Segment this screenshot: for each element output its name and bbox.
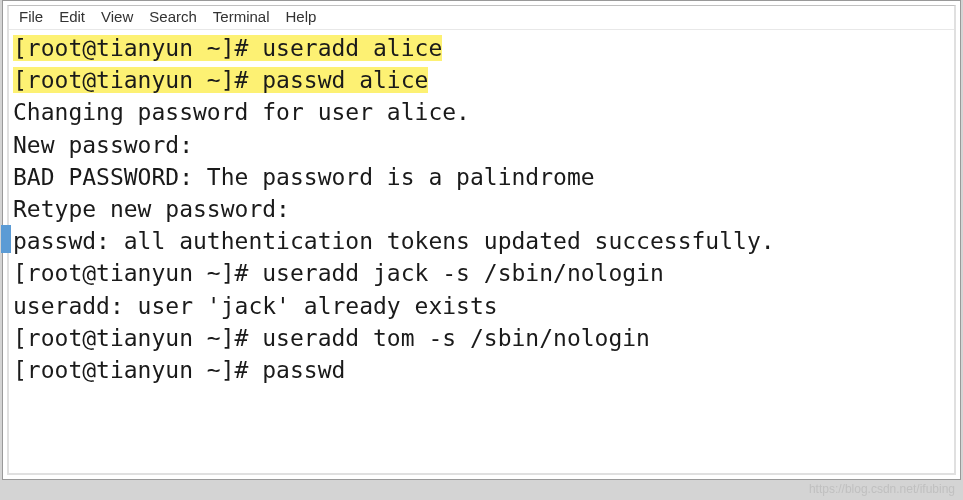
terminal-window: File Edit View Search Terminal Help [roo… bbox=[7, 5, 956, 475]
highlighted-line-1: [root@tianyun ~]# useradd alice bbox=[13, 35, 442, 61]
menu-search[interactable]: Search bbox=[149, 8, 197, 25]
outer-frame: File Edit View Search Terminal Help [roo… bbox=[2, 0, 961, 480]
terminal-line: passwd: all authentication tokens update… bbox=[13, 228, 775, 254]
menu-terminal[interactable]: Terminal bbox=[213, 8, 270, 25]
terminal-line: Retype new password: bbox=[13, 196, 290, 222]
terminal-line: useradd: user 'jack' already exists bbox=[13, 293, 498, 319]
menu-view[interactable]: View bbox=[101, 8, 133, 25]
side-tab bbox=[1, 225, 11, 253]
menubar: File Edit View Search Terminal Help bbox=[9, 6, 954, 30]
menu-help[interactable]: Help bbox=[286, 8, 317, 25]
terminal-line: [root@tianyun ~]# passwd bbox=[13, 357, 345, 383]
terminal-line: Changing password for user alice. bbox=[13, 99, 470, 125]
menu-file[interactable]: File bbox=[19, 8, 43, 25]
menu-edit[interactable]: Edit bbox=[59, 8, 85, 25]
watermark: https://blog.csdn.net/ifubing bbox=[809, 482, 955, 496]
highlighted-line-2: [root@tianyun ~]# passwd alice bbox=[13, 67, 428, 93]
terminal-line: [root@tianyun ~]# useradd jack -s /sbin/… bbox=[13, 260, 664, 286]
terminal-line: BAD PASSWORD: The password is a palindro… bbox=[13, 164, 595, 190]
terminal-line: [root@tianyun ~]# useradd tom -s /sbin/n… bbox=[13, 325, 650, 351]
terminal-line: New password: bbox=[13, 132, 193, 158]
terminal-content[interactable]: [root@tianyun ~]# useradd alice [root@ti… bbox=[9, 30, 954, 388]
